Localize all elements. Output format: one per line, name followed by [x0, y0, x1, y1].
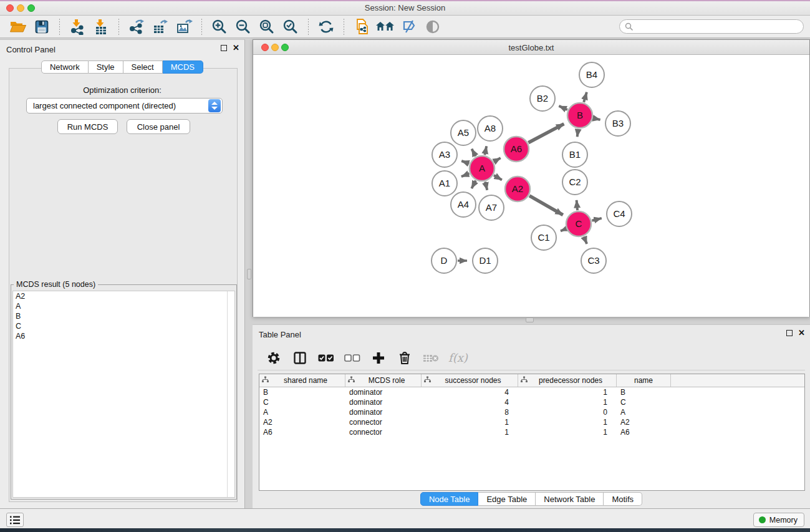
first-neighbors-icon[interactable]: [375, 17, 396, 36]
graph-node-A8[interactable]: A8: [478, 116, 503, 141]
duplicate-network-icon[interactable]: [351, 17, 372, 36]
graph-edge-C-C1[interactable]: [561, 229, 566, 231]
search-input[interactable]: [634, 21, 803, 32]
vertical-splitter-grip[interactable]: [247, 269, 251, 279]
list-item[interactable]: A6: [13, 331, 234, 341]
delete-column-icon[interactable]: [396, 349, 413, 367]
graph-node-D1[interactable]: D1: [473, 248, 498, 273]
graph-node-A5[interactable]: A5: [451, 120, 476, 145]
tab-mcds[interactable]: MCDS: [163, 60, 203, 74]
zoom-out-icon[interactable]: [233, 17, 254, 36]
graph-node-B[interactable]: B: [567, 103, 592, 128]
graph-node-C2[interactable]: C2: [562, 170, 587, 195]
settings-gear-icon[interactable]: [265, 349, 282, 367]
graph-node-D[interactable]: D: [432, 248, 456, 273]
graph-edge-A-A3[interactable]: [461, 161, 469, 163]
tab-network-table[interactable]: Network Table: [536, 492, 604, 506]
graph-edge-A-A1[interactable]: [461, 173, 470, 177]
list-item[interactable]: A2: [13, 291, 234, 301]
graph-edge-A2-C[interactable]: [529, 196, 563, 215]
tab-node-table[interactable]: Node Table: [420, 492, 479, 506]
graph-node-A[interactable]: A: [470, 156, 494, 181]
tab-style[interactable]: Style: [89, 60, 123, 74]
open-file-icon[interactable]: [7, 17, 29, 36]
float-panel-icon[interactable]: [221, 45, 227, 51]
add-column-icon[interactable]: [370, 349, 387, 367]
graph-node-C4[interactable]: C4: [607, 201, 632, 226]
graph-node-A2[interactable]: A2: [505, 177, 530, 201]
scrollbar-track[interactable]: [227, 291, 228, 497]
close-panel-icon[interactable]: ✕: [798, 330, 805, 336]
node-table[interactable]: shared nameMCDS rolesuccessor nodesprede…: [259, 374, 805, 491]
float-panel-icon[interactable]: [786, 330, 793, 336]
graph-edge-C-C2[interactable]: [577, 200, 577, 210]
column-header-successor-nodes[interactable]: successor nodes: [422, 374, 518, 387]
graph-edge-A-A2[interactable]: [494, 175, 502, 180]
list-item[interactable]: A: [13, 301, 234, 311]
graph-edge-A-A7[interactable]: [485, 181, 487, 190]
close-panel-button[interactable]: Close panel: [127, 119, 190, 134]
graph-edge-B-B1[interactable]: [577, 129, 579, 137]
tab-edge-table[interactable]: Edge Table: [478, 492, 536, 506]
graph-node-C3[interactable]: C3: [581, 248, 606, 273]
column-header-shared-name[interactable]: shared name: [259, 374, 345, 387]
graph-edge-B-B2[interactable]: [559, 106, 567, 110]
select-all-columns-icon[interactable]: [317, 349, 335, 367]
column-header-name[interactable]: name: [617, 374, 671, 387]
graph-node-A3[interactable]: A3: [432, 142, 457, 167]
graph-node-A7[interactable]: A7: [479, 195, 504, 220]
graph-node-A1[interactable]: A1: [432, 171, 457, 196]
table-row[interactable]: A6connector11A6: [259, 427, 804, 437]
graph-edge-A-A5[interactable]: [472, 149, 476, 157]
column-view-icon[interactable]: [291, 349, 309, 367]
search-box[interactable]: [619, 19, 804, 34]
table-row[interactable]: Bdominator41B: [259, 387, 804, 397]
save-session-icon[interactable]: [31, 17, 52, 36]
column-header-predecessor-nodes[interactable]: predecessor nodes: [518, 374, 617, 387]
zoom-in-icon[interactable]: [209, 17, 230, 36]
export-image-icon[interactable]: [173, 17, 195, 36]
tab-select[interactable]: Select: [123, 60, 163, 74]
criterion-dropdown[interactable]: largest connected component (directed): [26, 98, 223, 114]
graph-edge-C-C3[interactable]: [584, 236, 587, 244]
zoom-selected-icon[interactable]: [280, 17, 301, 36]
mcds-result-list[interactable]: A2ABCA6: [12, 291, 235, 498]
table-row[interactable]: Cdominator41C: [259, 397, 804, 407]
graph-edge-B-B4[interactable]: [584, 92, 587, 102]
close-panel-icon[interactable]: ✕: [233, 45, 239, 51]
show-hide-panels-icon[interactable]: [422, 17, 443, 36]
graph-node-C[interactable]: C: [566, 211, 591, 236]
graph-node-A6[interactable]: A6: [504, 137, 529, 162]
table-row[interactable]: A2connector11A2: [259, 417, 804, 427]
graph-node-C1[interactable]: C1: [531, 225, 556, 250]
graph-edge-B-B3[interactable]: [594, 118, 600, 120]
network-canvas[interactable]: AA1A2A3A4A5A6A7A8BB1B2B3B4CC1C2C3C4DD1: [253, 55, 809, 317]
task-list-button[interactable]: [6, 513, 24, 527]
column-header-MCDS-role[interactable]: MCDS role: [345, 374, 422, 387]
tab-network[interactable]: Network: [41, 60, 89, 74]
list-item[interactable]: C: [13, 321, 234, 331]
zoom-fit-icon[interactable]: [256, 17, 277, 36]
import-table-icon[interactable]: [90, 17, 112, 36]
run-mcds-button[interactable]: Run MCDS: [57, 119, 118, 134]
graph-edge-A6-B[interactable]: [528, 124, 564, 143]
list-item[interactable]: B: [13, 311, 234, 321]
network-window-titlebar[interactable]: testGlobe.txt: [253, 40, 809, 55]
graph-node-A4[interactable]: A4: [451, 192, 476, 217]
graph-edge-C-C4[interactable]: [592, 218, 601, 221]
export-table-icon[interactable]: [150, 17, 171, 36]
tab-motifs[interactable]: Motifs: [604, 492, 642, 506]
graph-node-B4[interactable]: B4: [579, 62, 604, 87]
graph-edge-A-A8[interactable]: [485, 146, 486, 155]
deselect-all-columns-icon[interactable]: [344, 349, 361, 367]
graph-edge-A-A4[interactable]: [471, 181, 476, 189]
table-row[interactable]: Adominator80A: [259, 407, 804, 417]
export-network-icon[interactable]: [126, 17, 147, 36]
refresh-icon[interactable]: [316, 17, 337, 36]
horizontal-splitter-grip[interactable]: [526, 317, 534, 322]
graph-node-B2[interactable]: B2: [530, 86, 555, 111]
annotations-icon[interactable]: [398, 17, 420, 36]
import-network-icon[interactable]: [67, 17, 88, 36]
memory-button[interactable]: Memory: [753, 513, 804, 527]
graph-edge-A-A6[interactable]: [494, 158, 501, 162]
